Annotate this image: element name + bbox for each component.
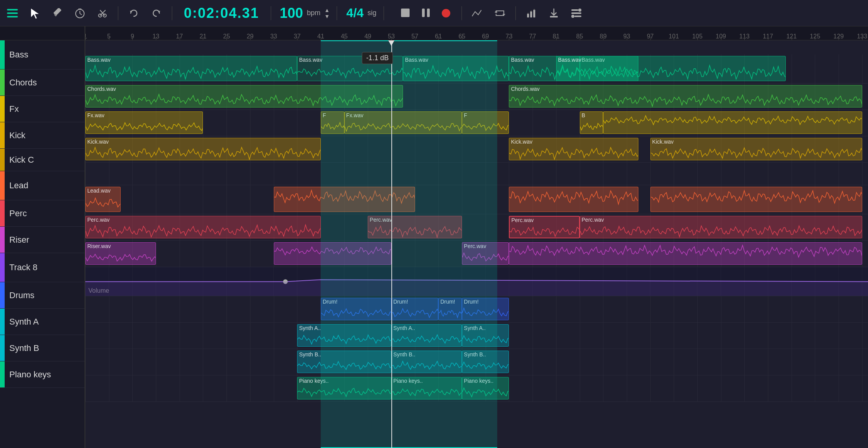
menu-button[interactable] [4, 5, 21, 22]
clip[interactable]: Lead.wav [85, 187, 121, 212]
clip[interactable]: Piano keys.. [462, 377, 509, 399]
svg-rect-0 [7, 9, 18, 10]
clip-wave [603, 113, 862, 134]
clip[interactable]: Kick.wav [650, 138, 862, 160]
cursor-tool-button[interactable] [26, 5, 43, 22]
clip[interactable]: Piano keys.. [297, 377, 391, 399]
track-item-riser[interactable]: Riser [0, 227, 85, 253]
track-item-chords[interactable]: Chords [0, 69, 85, 96]
clip[interactable]: Perc.wav [580, 216, 862, 238]
clip[interactable] [509, 187, 638, 212]
stop-button[interactable] [397, 5, 414, 22]
pause-button[interactable] [417, 5, 434, 22]
redo-button[interactable] [148, 5, 165, 22]
mixer-button[interactable] [523, 5, 540, 22]
export-button[interactable] [545, 5, 562, 22]
clip[interactable]: Riser.wav [85, 242, 156, 265]
clip[interactable]: Synth B.. [391, 351, 462, 373]
track-item-plano-keys[interactable]: Plano keys [0, 361, 85, 388]
clip[interactable]: Kick.wav [509, 138, 638, 160]
clip-wave [557, 63, 785, 81]
clip[interactable]: Piano keys.. [391, 377, 462, 399]
clip[interactable]: Perc.wav [509, 216, 579, 238]
clip[interactable] [274, 242, 391, 265]
track-item-bass[interactable]: Bass [0, 40, 85, 69]
track-item-kick-c[interactable]: Kick C [0, 149, 85, 171]
clip-wave [509, 243, 861, 264]
loop-button[interactable] [491, 5, 508, 22]
clip[interactable]: Synth A.. [297, 324, 391, 347]
svg-rect-9 [78, 9, 81, 10]
svg-rect-27 [534, 9, 535, 10]
track-color-bar [0, 335, 5, 361]
clip-wave [462, 119, 508, 134]
track-item-synth-b[interactable]: Synth B [0, 335, 85, 361]
track-list: BassChordsFxKickKick CLeadPercRiserTrack… [0, 26, 85, 448]
clip[interactable]: Perc.wav [368, 216, 462, 238]
clip[interactable] [509, 242, 862, 265]
scissors-tool-button[interactable] [94, 5, 111, 22]
track-name-label: Drums [5, 290, 39, 300]
clip[interactable]: Synth A.. [462, 324, 509, 347]
track-item-drums[interactable]: Drums [0, 282, 85, 309]
clip-wave [403, 63, 508, 81]
clip-wave [86, 63, 297, 81]
track-item-track-8[interactable]: Track 8 [0, 253, 85, 282]
clip[interactable]: Drum! [438, 298, 462, 320]
record-button[interactable] [437, 5, 455, 22]
svg-rect-26 [531, 10, 532, 12]
separator-4 [337, 6, 337, 20]
clip-wave [509, 92, 861, 107]
tracks-settings-button[interactable] [568, 5, 585, 22]
clip[interactable]: Bass.wav [297, 56, 403, 81]
clip[interactable]: Bass.wav [85, 56, 297, 81]
clip-label: Kick.wav [651, 138, 862, 145]
pencil-tool-button[interactable] [49, 5, 66, 22]
svg-point-33 [571, 15, 574, 18]
clip[interactable] [650, 187, 862, 212]
clip-label: Drum! [392, 298, 438, 305]
track-item-perc[interactable]: Perc [0, 200, 85, 227]
clip[interactable]: F [321, 111, 344, 134]
clip[interactable]: F [462, 111, 509, 134]
clip[interactable]: Bass.wav [403, 56, 509, 81]
track-item-kick[interactable]: Kick [0, 122, 85, 149]
ruler-mark-line [462, 37, 462, 40]
bpm-arrows[interactable]: ▲ ▼ [324, 7, 330, 19]
clip[interactable] [603, 111, 862, 134]
clip[interactable]: Synth B.. [297, 351, 391, 373]
clip[interactable]: Kick.wav [85, 138, 321, 160]
clip-label: Bass.wav [86, 56, 297, 63]
clip-wave [462, 305, 508, 320]
clip[interactable]: Fx.wav [85, 111, 203, 134]
clip[interactable]: Drum! [321, 298, 391, 320]
clip[interactable]: Drum! [391, 298, 438, 320]
clip[interactable]: Fx.wav [344, 111, 462, 134]
clip-wave [86, 92, 403, 107]
clip[interactable]: Perc.wav [85, 216, 321, 238]
clip-label: F [321, 112, 344, 119]
automation-button[interactable] [469, 5, 486, 22]
timer-icon [71, 5, 88, 22]
track-name-label: Kick [5, 130, 30, 141]
clip[interactable]: Chords.wav [85, 85, 403, 108]
track-row-lead: Lead.wav [85, 185, 868, 214]
clip-label: Fx.wav [86, 112, 202, 119]
clip[interactable]: Perc.wav [462, 242, 509, 265]
svg-rect-16 [401, 9, 410, 17]
clip[interactable]: Synth B.. [462, 351, 509, 373]
track-item-fx[interactable]: Fx [0, 96, 85, 122]
bpm-display: 100 [280, 5, 303, 21]
svg-rect-31 [574, 16, 581, 17]
track-color-bar [0, 40, 5, 69]
clip[interactable]: Drum! [462, 298, 509, 320]
clip[interactable] [274, 187, 415, 212]
clip[interactable]: B [580, 111, 603, 134]
clip[interactable]: Bass.wav [556, 56, 786, 81]
clip[interactable]: Chords.wav [509, 85, 862, 108]
track-item-lead[interactable]: Lead [0, 171, 85, 200]
track-row-track8: Volume [85, 267, 868, 296]
track-item-synth-a[interactable]: Synth A [0, 309, 85, 335]
undo-button[interactable] [125, 5, 142, 22]
clip[interactable]: Synth A.. [391, 324, 462, 347]
